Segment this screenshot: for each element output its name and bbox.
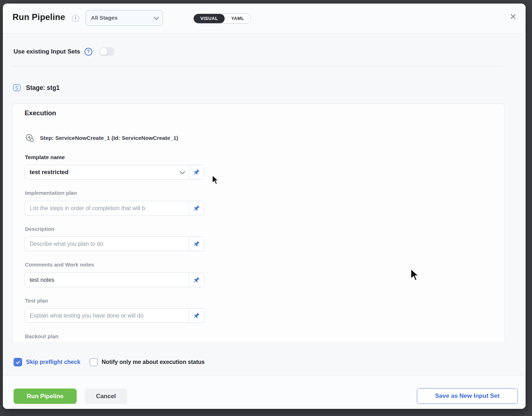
options-row: Skip preflight check Notify only me abou… <box>14 358 205 366</box>
step-icon <box>25 133 34 142</box>
modal-footer: Run Pipeline Cancel Save as New Input Se… <box>3 376 526 409</box>
description-input[interactable] <box>25 237 189 251</box>
pin-button[interactable] <box>189 237 204 251</box>
execution-card: Execution Step: ServiceNowCreate_1 (Id: … <box>12 103 505 342</box>
field-label-comments: Comments and Work notes <box>25 262 94 268</box>
page-title: Run Pipeline <box>12 12 65 22</box>
checkbox-unchecked-icon <box>89 358 98 366</box>
skip-preflight-checkbox[interactable]: Skip preflight check <box>14 358 80 366</box>
info-icon[interactable]: i <box>72 15 79 22</box>
input-sets-row: Use existing Input Sets ? <box>14 47 114 56</box>
pin-button[interactable] <box>189 273 204 287</box>
field-label-test-plan: Test plan <box>25 298 48 304</box>
test-plan-input[interactable] <box>25 309 189 323</box>
comments-field <box>25 273 205 287</box>
chevron-down-icon <box>154 14 159 20</box>
step-row: Step: ServiceNowCreate_1 (Id: ServiceNow… <box>25 133 178 142</box>
checkbox-checked-icon <box>14 358 22 366</box>
tab-yaml[interactable]: YAML <box>225 14 251 23</box>
modal-header: Run Pipeline i All Stages VISUAL YAML ✕ <box>3 4 526 34</box>
help-icon[interactable]: ? <box>85 48 92 56</box>
divider <box>11 66 503 66</box>
implementation-plan-field <box>25 201 205 215</box>
template-name-value: test restricted <box>25 169 180 176</box>
comments-input[interactable] <box>25 273 189 287</box>
pin-icon <box>193 312 200 319</box>
field-label-template-name: Template name <box>25 154 65 161</box>
tab-visual[interactable]: VISUAL <box>194 14 225 23</box>
input-sets-toggle[interactable] <box>99 47 114 56</box>
field-label-implementation-plan: Implementation plan <box>25 190 77 196</box>
notify-me-label: Notify only me about execution status <box>102 359 205 365</box>
description-field <box>25 237 205 251</box>
implementation-plan-input[interactable] <box>25 201 189 215</box>
stage-row: Stage: stg1 <box>12 83 60 92</box>
stage-filter-dropdown[interactable]: All Stages <box>86 10 163 26</box>
run-pipeline-modal: Run Pipeline i All Stages VISUAL YAML ✕ … <box>3 4 526 409</box>
test-plan-field <box>25 308 205 323</box>
execution-title: Execution <box>25 109 56 117</box>
input-sets-label: Use existing Input Sets <box>14 48 80 55</box>
chevron-down-icon <box>180 169 185 174</box>
stage-label: Stage: stg1 <box>26 84 60 92</box>
run-pipeline-button[interactable]: Run Pipeline <box>14 389 77 404</box>
pin-button[interactable] <box>189 201 204 215</box>
mode-toggle: VISUAL YAML <box>193 14 251 24</box>
step-label: Step: ServiceNowCreate_1 (Id: ServiceNow… <box>40 135 178 141</box>
stage-filter-value: All Stages <box>91 15 154 21</box>
pin-icon <box>193 205 200 212</box>
notify-me-checkbox[interactable]: Notify only me about execution status <box>89 358 205 366</box>
pin-button[interactable] <box>189 165 204 179</box>
cancel-button[interactable]: Cancel <box>85 389 127 404</box>
pin-icon <box>193 277 200 283</box>
toggle-knob <box>100 48 107 55</box>
skip-preflight-label: Skip preflight check <box>26 359 80 365</box>
field-label-backout-plan: Backout plan <box>25 333 58 339</box>
field-label-description: Description <box>25 226 55 232</box>
save-input-set-button[interactable]: Save as New Input Set <box>417 388 518 404</box>
close-icon[interactable]: ✕ <box>507 11 519 23</box>
template-name-select[interactable]: test restricted <box>25 165 205 179</box>
pin-icon <box>193 240 200 247</box>
custom-stage-icon <box>12 83 21 92</box>
pin-icon <box>193 169 200 176</box>
pin-button[interactable] <box>189 309 204 323</box>
